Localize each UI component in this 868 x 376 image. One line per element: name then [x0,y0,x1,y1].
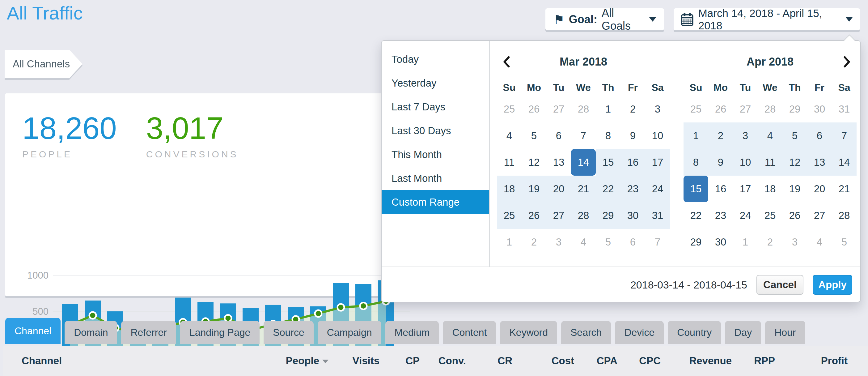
day-cell[interactable]: 2 [522,229,546,255]
day-cell[interactable]: 12 [522,149,546,176]
day-cell[interactable]: 3 [733,122,758,149]
day-cell[interactable]: 19 [522,176,546,202]
tab-channel[interactable]: Channel [5,318,61,344]
day-cell[interactable]: 26 [708,96,733,122]
day-cell[interactable]: 4 [807,229,832,255]
day-cell[interactable]: 1 [497,229,522,255]
day-cell-selected[interactable]: 15 [684,176,708,202]
breadcrumb[interactable]: All Channels [5,50,83,78]
day-cell[interactable]: 16 [620,149,645,176]
day-cell[interactable]: 29 [596,202,620,229]
day-cell[interactable]: 21 [571,176,596,202]
column-header-rpp[interactable]: RPP [732,355,775,367]
column-header-cr[interactable]: CR [466,355,512,367]
column-header-cpa[interactable]: CPA [574,355,617,367]
day-cell[interactable]: 23 [620,176,645,202]
day-cell[interactable]: 13 [546,149,571,176]
day-cell[interactable]: 27 [733,96,758,122]
column-header-people[interactable]: People [264,355,329,367]
day-cell[interactable]: 30 [708,229,733,255]
day-cell[interactable]: 25 [497,202,522,229]
tab-medium[interactable]: Medium [385,321,439,344]
day-cell[interactable]: 5 [782,122,807,149]
day-cell[interactable]: 15 [596,149,620,176]
day-cell[interactable]: 29 [782,96,807,122]
tab-domain[interactable]: Domain [65,321,117,344]
tab-source[interactable]: Source [264,321,313,344]
column-header-conv-[interactable]: Conv. [420,355,466,367]
column-header-cost[interactable]: Cost [512,355,574,367]
goal-selector-button[interactable]: ⚑ Goal: All Goals [546,8,664,30]
day-cell[interactable]: 13 [807,149,832,176]
day-cell[interactable]: 31 [645,202,670,229]
day-cell[interactable]: 1 [684,122,708,149]
day-cell[interactable]: 2 [708,122,733,149]
preset-yesterday[interactable]: Yesterday [382,71,489,95]
day-cell[interactable]: 10 [645,122,670,149]
day-cell[interactable]: 30 [620,202,645,229]
day-cell[interactable]: 2 [758,229,782,255]
day-cell[interactable]: 9 [620,122,645,149]
day-cell[interactable]: 14 [832,149,857,176]
day-cell[interactable]: 5 [832,229,857,255]
day-cell[interactable]: 23 [708,202,733,229]
day-cell[interactable]: 6 [620,229,645,255]
day-cell-selected[interactable]: 14 [571,149,596,176]
day-cell[interactable]: 12 [782,149,807,176]
day-cell[interactable]: 17 [733,176,758,202]
day-cell[interactable]: 2 [620,96,645,122]
tab-landing-page[interactable]: Landing Page [180,321,260,344]
day-cell[interactable]: 9 [708,149,733,176]
preset-last-30-days[interactable]: Last 30 Days [382,119,489,143]
preset-last-7-days[interactable]: Last 7 Days [382,95,489,119]
day-cell[interactable]: 7 [645,229,670,255]
day-cell[interactable]: 29 [684,229,708,255]
tab-country[interactable]: Country [668,321,721,344]
day-cell[interactable]: 25 [684,96,708,122]
tab-device[interactable]: Device [615,321,664,344]
day-cell[interactable]: 1 [596,96,620,122]
preset-custom-range[interactable]: Custom Range [382,190,489,214]
day-cell[interactable]: 17 [645,149,670,176]
tab-day[interactable]: Day [725,321,761,344]
day-cell[interactable]: 19 [782,176,807,202]
column-header-cpc[interactable]: CPC [617,355,661,367]
day-cell[interactable]: 8 [684,149,708,176]
day-cell[interactable]: 31 [832,96,857,122]
tab-search[interactable]: Search [561,321,611,344]
day-cell[interactable]: 24 [645,176,670,202]
day-cell[interactable]: 18 [497,176,522,202]
tab-keyword[interactable]: Keyword [500,321,557,344]
day-cell[interactable]: 21 [832,176,857,202]
column-header-profit[interactable]: Profit [775,355,847,367]
day-cell[interactable]: 3 [645,96,670,122]
day-cell[interactable]: 22 [596,176,620,202]
day-cell[interactable]: 26 [782,202,807,229]
day-cell[interactable]: 3 [546,229,571,255]
day-cell[interactable]: 24 [733,202,758,229]
tab-content[interactable]: Content [443,321,496,344]
day-cell[interactable]: 5 [522,122,546,149]
day-cell[interactable]: 26 [522,202,546,229]
day-cell[interactable]: 25 [758,202,782,229]
calendar-prev-button[interactable] [500,54,514,69]
date-range-button[interactable]: March 14, 2018 - April 15, 2018 [674,8,860,30]
day-cell[interactable]: 5 [596,229,620,255]
column-header-visits[interactable]: Visits [329,355,379,367]
column-header-revenue[interactable]: Revenue [661,355,732,367]
day-cell[interactable]: 8 [596,122,620,149]
day-cell[interactable]: 10 [733,149,758,176]
day-cell[interactable]: 26 [522,96,546,122]
day-cell[interactable]: 1 [733,229,758,255]
apply-button[interactable]: Apply [813,275,852,295]
tab-referrer[interactable]: Referrer [121,321,176,344]
preset-this-month[interactable]: This Month [382,143,489,166]
day-cell[interactable]: 27 [546,202,571,229]
day-cell[interactable]: 28 [571,96,596,122]
day-cell[interactable]: 28 [571,202,596,229]
day-cell[interactable]: 30 [807,96,832,122]
day-cell[interactable]: 6 [546,122,571,149]
day-cell[interactable]: 7 [832,122,857,149]
day-cell[interactable]: 28 [758,96,782,122]
day-cell[interactable]: 11 [758,149,782,176]
